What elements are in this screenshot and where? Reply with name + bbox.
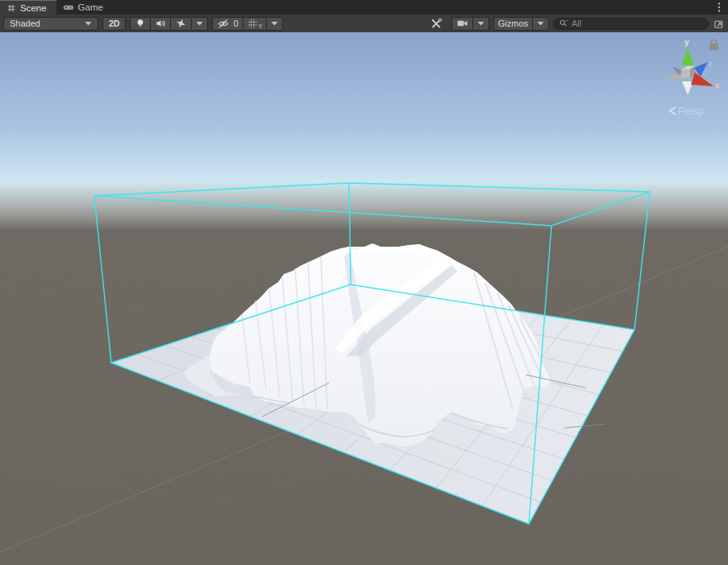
eye-hidden-icon — [217, 18, 230, 29]
camera-group — [451, 17, 489, 31]
gizmos-label: Gizmos — [498, 19, 528, 28]
gizmos-group: Gizmos — [493, 17, 549, 31]
camera-dropdown-button[interactable] — [472, 17, 489, 31]
draw-mode-label: Shaded — [10, 19, 40, 28]
scene-visibility-button[interactable]: 0 — [212, 17, 242, 31]
maximize-window-button[interactable] — [713, 16, 725, 31]
chevron-down-icon — [196, 21, 203, 26]
scene-view-toolbar: Shaded 2D — [0, 15, 728, 32]
kebab-menu-icon — [714, 2, 724, 13]
gizmo-z-label[interactable]: z — [709, 60, 713, 69]
custom-tools-button[interactable] — [425, 17, 447, 31]
speaker-icon — [155, 18, 166, 29]
lighting-toggle-button[interactable] — [130, 17, 150, 31]
chevron-down-icon — [271, 21, 278, 26]
audio-toggle-button[interactable] — [150, 17, 170, 31]
tab-scene[interactable]: Scene — [0, 0, 56, 15]
grid-axis-icon — [248, 19, 258, 29]
grid-visibility-button[interactable]: Y — [243, 17, 267, 31]
effects-star-icon — [175, 18, 187, 29]
gizmo-y-label[interactable]: y — [684, 38, 689, 47]
chevron-down-icon — [537, 21, 544, 26]
hidden-object-count: 0 — [233, 19, 238, 28]
tabbar-spacer — [113, 0, 710, 15]
search-icon — [559, 19, 568, 28]
grid-axis-letter: Y — [259, 23, 263, 29]
unity-scene-window: Scene Game Shaded 2D — [0, 0, 728, 565]
grid-dropdown-button[interactable] — [266, 17, 283, 31]
view-tabbar: Scene Game — [0, 0, 728, 15]
tab-game-label: Game — [78, 2, 103, 12]
scene-viewport[interactable]: y z x Persp — [0, 32, 728, 565]
chevron-down-icon — [477, 21, 485, 26]
2d-toggle-button[interactable]: 2D — [102, 17, 126, 31]
projection-label[interactable]: Persp — [678, 106, 704, 117]
visibility-grid-group: 0 Y — [212, 17, 283, 31]
scene-render[interactable]: y z x Persp — [0, 32, 728, 565]
search-filter-value: All — [572, 18, 581, 30]
2d-label: 2D — [109, 19, 119, 28]
gizmo-cube-front[interactable] — [681, 69, 690, 78]
gizmo-x-label[interactable]: x — [715, 81, 720, 90]
tab-game[interactable]: Game — [56, 0, 113, 15]
scene-grid-icon — [6, 3, 16, 13]
lightbulb-icon — [135, 18, 146, 29]
scene-camera-button[interactable] — [451, 17, 472, 31]
toolbar-right-cluster: Gizmos All — [425, 16, 725, 31]
scene-search-input[interactable]: All — [553, 18, 709, 30]
scene-toggle-group — [130, 17, 208, 31]
effects-toggle-button[interactable] — [170, 17, 191, 31]
camera-icon — [456, 19, 468, 28]
overflow-menu-button[interactable] — [710, 0, 728, 15]
draw-mode-dropdown[interactable]: Shaded — [3, 17, 98, 31]
gizmos-button[interactable]: Gizmos — [493, 17, 532, 31]
tab-scene-label: Scene — [20, 3, 47, 13]
gizmos-dropdown-button[interactable] — [532, 17, 549, 31]
gamepad-icon — [63, 2, 74, 12]
maximize-icon — [713, 18, 725, 30]
wrench-screwdriver-icon — [430, 18, 443, 30]
effects-dropdown-button[interactable] — [191, 17, 208, 31]
chevron-down-icon — [85, 21, 92, 26]
